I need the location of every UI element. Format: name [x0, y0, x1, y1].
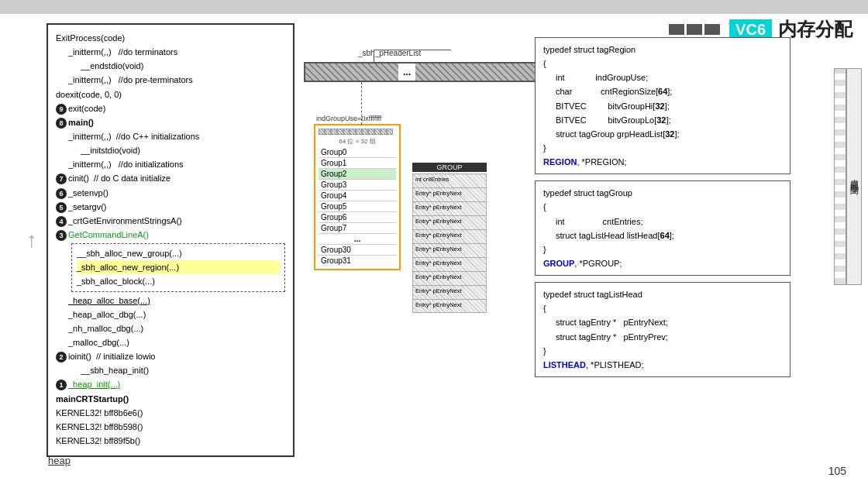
group-entry-0: int cntEntries	[412, 174, 487, 187]
top-bar	[0, 0, 868, 14]
code-line: _nh_malloc_dbg(...)	[56, 321, 285, 335]
group-table-container: 64 位 = 32 组 Group0 Group1 Group2 Group3 …	[314, 124, 401, 270]
struct-field: char cntRegionSize[64];	[543, 84, 782, 98]
ind-group-grid	[319, 129, 399, 135]
grid-cell	[368, 129, 374, 135]
struct-field: struct tagEntry * pEntryPrev;	[543, 330, 782, 344]
group-entry-7: Entry* pEntryNext	[412, 271, 487, 285]
code-line: _initterm(,,) //do initializations	[56, 157, 285, 171]
group-row-6: Group6	[319, 212, 396, 223]
group-row-30: Group30	[319, 245, 396, 256]
vaddr-stripes	[834, 68, 846, 285]
code-line: 5_setargv()	[56, 200, 285, 214]
struct-panel: typedef struct tagRegion { int indGroupU…	[535, 37, 790, 383]
code-line: _heap_alloc_dbg(...)	[56, 308, 285, 321]
connector-v1	[361, 82, 362, 125]
title-icons	[669, 24, 720, 35]
code-line-highlighted: _sbh_alloc_new_region(...)	[77, 260, 280, 274]
struct-brace-open: {	[543, 200, 782, 214]
up-arrow: ↑	[26, 222, 37, 258]
group-entry-4: Entry* pEntryNext	[412, 229, 487, 243]
code-line: 4_crtGetEnvironmentStringsA()	[56, 214, 285, 228]
icon-block-3	[704, 24, 720, 35]
group-row-7: Group7	[319, 223, 396, 234]
code-line: doexit(code, 0, 0)	[56, 88, 285, 101]
code-line: __sbh_alloc_new_group(...)	[77, 246, 280, 260]
struct-field: int cntEntries;	[543, 215, 782, 229]
icon-block-1	[669, 24, 684, 35]
grid-cell	[356, 129, 362, 135]
ind-group-label: indGroupUse=0xfffffff	[316, 115, 381, 122]
grid-cell	[343, 129, 350, 135]
code-line: __initstdio(void)	[56, 143, 285, 157]
memory-seg-left	[305, 64, 398, 81]
heap-label: heap	[48, 455, 71, 466]
grid-cell	[374, 129, 381, 135]
grid-cell	[387, 129, 393, 135]
code-line: _heap_alloc_base(...)	[56, 294, 285, 308]
group-row-1: Group1	[319, 158, 396, 169]
grid-cell	[337, 129, 343, 135]
struct-listhead-box: typedef struct tagListHead { struct tagE…	[535, 282, 790, 377]
group-row-4: Group4	[319, 191, 396, 201]
group-entry-5: Entry* pEntryNext	[412, 243, 487, 257]
struct-footer-group: GROUP, *PGROUP;	[543, 256, 782, 270]
group-row-3: Group3	[319, 180, 396, 191]
code-line: _sbh_alloc_block(...)	[77, 274, 280, 288]
code-line: _initterm(,,) //do pre-terminators	[56, 73, 285, 87]
vaddr-text: 虚擬地址空間	[849, 172, 860, 181]
group-entry-9: Entry* pEntryNext	[412, 299, 487, 313]
struct-listhead-title: typedef struct tagListHead	[543, 287, 782, 301]
code-line: ExitProcess(code)	[56, 31, 285, 45]
grid-cell	[319, 129, 325, 135]
struct-field: int indGroupUse;	[543, 70, 782, 84]
code-line: 2ioinit() // initialize lowio	[56, 349, 285, 363]
page-number: 105	[828, 465, 846, 477]
struct-field: struct tagEntry * pEntryNext;	[543, 315, 782, 329]
code-line: 3GetCommandLineA()	[56, 228, 285, 242]
group-row-2: Group2	[319, 169, 396, 180]
group-bit-label: 64 位 = 32 组	[319, 137, 396, 146]
memory-dots-mid: ...	[398, 67, 415, 77]
code-line: KERNEL32! bff8b598()	[56, 420, 285, 434]
code-line: __sbh_heap_init()	[56, 363, 285, 377]
code-line: 9exit(code)	[56, 101, 285, 115]
group-entry-8: Entry* pEntryNext	[412, 285, 487, 299]
code-line: _initterm(,,) //do C++ initializations	[56, 129, 285, 143]
left-code-panel: ↑ ExitProcess(code) _initterm(,,) //do t…	[46, 23, 294, 457]
vaddr-label-container: 虚擬地址空間	[846, 68, 862, 285]
code-line: KERNEL32! bff8b6e6()	[56, 406, 285, 420]
code-line: _malloc_dbg(...)	[56, 335, 285, 349]
group-entry-6: Entry* pEntryNext	[412, 257, 487, 271]
group-rows: Group0 Group1 Group2 Group3 Group4 Group…	[319, 147, 396, 266]
struct-footer-listhead: LISTHEAD, *PLISTHEAD;	[543, 358, 782, 372]
code-line: 1_heap_init(...)	[56, 377, 285, 391]
grid-cell	[331, 129, 337, 135]
code-line: 8main()	[56, 115, 285, 129]
group-entries-container: GROUP int cntEntries Entry* pEntryNext E…	[412, 163, 487, 313]
struct-field: BITVEC bitvGroupLo[32];	[543, 113, 782, 127]
struct-field: struct tagGroup grpHeadList[32];	[543, 127, 782, 141]
code-line: __endstdio(void)	[56, 59, 285, 73]
grid-cell	[381, 129, 387, 135]
code-line: mainCRTStartup()	[56, 392, 285, 406]
code-line: KERNEL32! bff89f5b()	[56, 434, 285, 448]
struct-group-box: typedef struct tagGroup { int cntEntries…	[535, 180, 790, 276]
dashed-alloc-box: __sbh_alloc_new_group(...) _sbh_alloc_ne…	[71, 243, 285, 291]
struct-field: BITVEC bitvGroupHi[32];	[543, 99, 782, 113]
group-entries-title: GROUP	[412, 163, 487, 172]
code-line: 6_setenvp()	[56, 186, 285, 200]
struct-brace-close: }	[543, 141, 782, 155]
struct-group-title: typedef struct tagGroup	[543, 186, 782, 200]
arrow-connector-h	[374, 50, 451, 50]
group-row-0: Group0	[319, 147, 396, 158]
group-row-31: Group31	[319, 256, 396, 266]
group-entry-3: Entry* pEntryNext	[412, 215, 487, 229]
grid-cell	[325, 129, 331, 135]
struct-field: struct tagListHead listHead[64];	[543, 229, 782, 242]
code-line: _initterm(,,) //do terminators	[56, 45, 285, 59]
struct-brace-open: {	[543, 301, 782, 315]
struct-region-box: typedef struct tagRegion { int indGroupU…	[535, 37, 790, 174]
grid-cell	[362, 129, 368, 135]
group-entry-2: Entry* pEntryNext	[412, 201, 487, 215]
